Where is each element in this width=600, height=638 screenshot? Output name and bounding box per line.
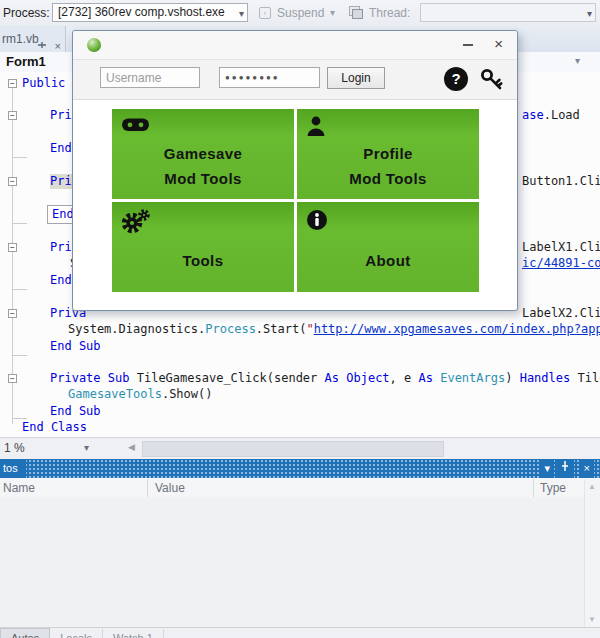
thread-label: Thread: bbox=[369, 6, 410, 20]
thread-combobox[interactable]: ▾ bbox=[420, 3, 596, 22]
gamepad-icon bbox=[121, 116, 151, 136]
class-dropdown[interactable]: Form1 bbox=[6, 54, 46, 69]
login-row: Login ? bbox=[73, 59, 517, 100]
code-line: End Class bbox=[22, 420, 87, 435]
tab-watch1[interactable]: Watch 1 bbox=[103, 629, 164, 638]
autos-panel-title: tos bbox=[0, 459, 26, 478]
chevron-down-icon[interactable]: ▾ bbox=[587, 5, 592, 22]
thread-windows-icon bbox=[349, 6, 361, 18]
outline-region-end bbox=[12, 418, 27, 419]
process-value: [2732] 360rev comp.vshost.exe bbox=[58, 5, 225, 19]
tab-form1-vb[interactable]: rm1.vb × bbox=[0, 26, 66, 52]
code-line: End Sub bbox=[50, 404, 101, 419]
tile-label-line1: Gamesave bbox=[112, 141, 294, 166]
code-line: LabelX2.Cli bbox=[522, 306, 600, 321]
scroll-up-icon[interactable]: ▲ bbox=[588, 482, 596, 491]
autos-content-area[interactable] bbox=[0, 498, 600, 627]
zoom-control[interactable]: 1 % bbox=[4, 441, 25, 455]
window-position-chevron-icon[interactable]: ▾ bbox=[540, 459, 554, 478]
collapse-region-icon[interactable]: − bbox=[8, 374, 17, 383]
collapse-region-icon[interactable]: − bbox=[8, 111, 17, 120]
tile-label-line2: Mod Tools bbox=[297, 166, 479, 191]
close-icon[interactable]: × bbox=[580, 459, 594, 478]
gears-icon bbox=[121, 209, 151, 238]
mod-tools-dialog: × Login ? bbox=[72, 30, 518, 311]
dialog-titlebar[interactable]: × bbox=[73, 31, 517, 59]
tab-locals[interactable]: Locals bbox=[50, 629, 103, 638]
code-line: ic/44891-co bbox=[522, 256, 600, 271]
code-line: GamesaveTools.Show() bbox=[68, 387, 213, 402]
tile-label-line1: About bbox=[297, 248, 479, 273]
autos-panel-titlebar[interactable]: tos ▾ × bbox=[0, 459, 600, 478]
username-input[interactable] bbox=[100, 67, 200, 88]
outline-region-end bbox=[12, 157, 27, 158]
column-value[interactable]: Value bbox=[155, 481, 185, 495]
code-line: LabelX1.Cli bbox=[522, 240, 600, 255]
code-line: Button1.Cli bbox=[522, 174, 600, 189]
collapse-region-icon[interactable]: − bbox=[8, 177, 17, 186]
scroll-down-icon[interactable]: ▼ bbox=[588, 615, 596, 624]
outline-region-end bbox=[12, 355, 27, 356]
vs-ide-screen: Process: [2732] 360rev comp.vshost.exe ▾… bbox=[0, 0, 600, 638]
code-line: ase.Load bbox=[522, 108, 580, 123]
login-button[interactable]: Login bbox=[327, 67, 385, 89]
process-label: Process: bbox=[3, 6, 50, 20]
tab-autos[interactable]: Autos bbox=[0, 628, 50, 638]
tab-label: rm1.vb bbox=[2, 32, 39, 46]
suspend-chevron-down-icon[interactable]: ▾ bbox=[330, 7, 335, 18]
tile-grid: Gamesave Mod Tools Profile Mod Tools bbox=[112, 109, 479, 292]
key-icon[interactable] bbox=[479, 67, 505, 93]
column-name[interactable]: Name bbox=[3, 481, 35, 495]
scroll-left-icon[interactable]: ◀ bbox=[128, 442, 135, 452]
editor-hscrollbar-row: 1 % ▾ ◀ bbox=[0, 437, 600, 459]
person-icon bbox=[306, 116, 326, 141]
member-dropdown-chevron-icon[interactable]: ▾ bbox=[575, 55, 580, 66]
outline-region-end bbox=[12, 223, 27, 224]
help-icon[interactable]: ? bbox=[444, 67, 468, 91]
code-line: Private Sub TileGamesave_Click(sender As… bbox=[50, 371, 600, 386]
autos-column-header: Name Value Type bbox=[0, 478, 600, 499]
zoom-chevron-down-icon[interactable]: ▾ bbox=[84, 442, 89, 453]
suspend-button-label[interactable]: Suspend bbox=[277, 6, 324, 20]
minimize-icon[interactable] bbox=[463, 44, 473, 46]
process-combobox[interactable]: [2732] 360rev comp.vshost.exe ▾ bbox=[52, 3, 248, 22]
code-line: System.Diagnostics.Process.Start("http:/… bbox=[68, 322, 600, 337]
close-icon[interactable]: × bbox=[494, 35, 503, 52]
outline-region-end bbox=[12, 289, 27, 290]
hscrollbar-thumb[interactable] bbox=[142, 441, 444, 457]
info-icon bbox=[306, 209, 328, 234]
collapse-region-icon[interactable]: − bbox=[8, 243, 17, 252]
app-icon bbox=[87, 38, 101, 52]
code-line: End Sub bbox=[50, 339, 101, 354]
tile-label-line1: Tools bbox=[112, 248, 294, 273]
suspend-icon: ‹ bbox=[259, 7, 271, 19]
pin-icon[interactable] bbox=[556, 459, 574, 478]
watch-window-tabs: AutosLocalsWatch 1 bbox=[0, 627, 600, 638]
tile-tools[interactable]: Tools bbox=[112, 202, 294, 292]
column-type[interactable]: Type bbox=[540, 481, 566, 495]
debug-toolbar: Process: [2732] 360rev comp.vshost.exe ▾… bbox=[0, 0, 600, 27]
tile-label-line1: Profile bbox=[297, 141, 479, 166]
tile-profile-mod-tools[interactable]: Profile Mod Tools bbox=[297, 109, 479, 199]
tile-gamesave-mod-tools[interactable]: Gamesave Mod Tools bbox=[112, 109, 294, 199]
collapse-region-icon[interactable]: − bbox=[8, 309, 17, 318]
collapse-region-icon[interactable]: − bbox=[8, 79, 17, 88]
chevron-down-icon[interactable]: ▾ bbox=[239, 5, 244, 22]
password-input[interactable] bbox=[219, 67, 320, 88]
autos-vscrollbar[interactable]: ▲ ▼ bbox=[584, 479, 600, 627]
tile-label-line2: Mod Tools bbox=[112, 166, 294, 191]
tile-about[interactable]: About bbox=[297, 202, 479, 292]
